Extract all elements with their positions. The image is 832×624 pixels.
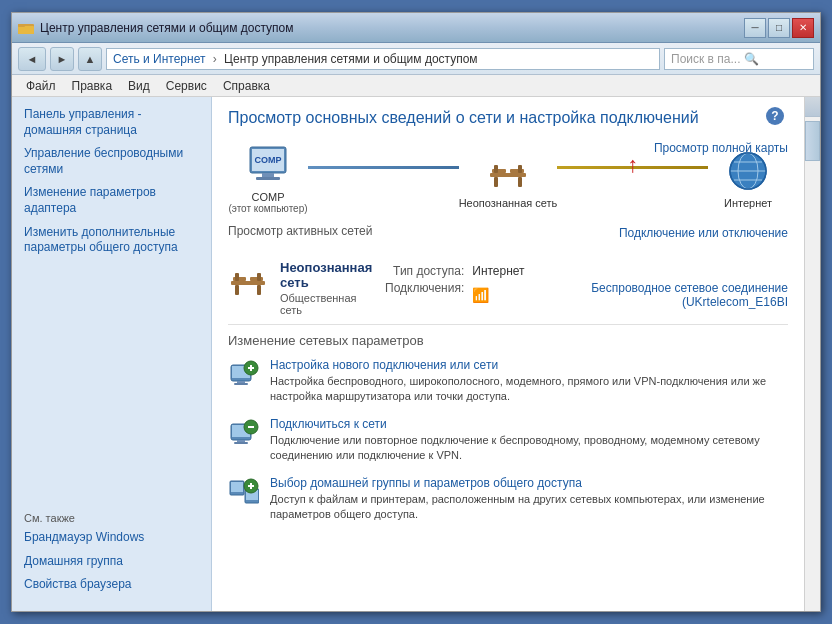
svg-rect-8 [490, 173, 526, 177]
network-line-1 [308, 166, 459, 169]
up-button[interactable]: ▲ [78, 47, 102, 71]
connect-disconnect-link[interactable]: Подключение или отключение [619, 226, 788, 240]
signal-icon: 📶 [472, 287, 489, 303]
back-button[interactable]: ◄ [18, 47, 46, 71]
arrow-icon: ↑ [627, 152, 638, 178]
svg-text:COMP: COMP [255, 155, 282, 165]
sidebar-link-firewall[interactable]: Брандмауэр Windows [24, 530, 199, 546]
search-icon: 🔍 [744, 52, 759, 66]
sidebar-link-wireless[interactable]: Управление беспроводными сетями [24, 146, 199, 177]
setting-desc-3: Доступ к файлам и принтерам, расположенн… [270, 492, 788, 523]
setting-icon-1 [228, 358, 260, 390]
setting-link-1[interactable]: Настройка нового подключения или сети [270, 358, 788, 372]
maximize-button[interactable]: □ [768, 18, 790, 38]
network-diagram-container: Просмотр полной карты COMP [228, 141, 788, 214]
svg-rect-26 [235, 273, 239, 281]
computer-node: COMP COMP (этот компьютер) [228, 141, 308, 214]
forward-button[interactable]: ► [50, 47, 74, 71]
svg-rect-1 [18, 26, 34, 34]
svg-rect-13 [494, 165, 498, 173]
svg-rect-37 [237, 440, 245, 442]
access-type-row: Тип доступа: Интернет [384, 264, 788, 278]
folder-icon [18, 20, 34, 36]
change-settings-label: Изменение сетевых параметров [228, 333, 788, 348]
title-bar-left: Центр управления сетями и общим доступом [18, 20, 294, 36]
computer-sublabel: (этот компьютер) [228, 203, 307, 214]
menu-service[interactable]: Сервис [158, 77, 215, 95]
network-name: Неопознанная сеть [280, 260, 372, 290]
sidebar-link-adapter[interactable]: Изменение параметров адаптера [24, 185, 199, 216]
svg-rect-5 [262, 173, 274, 177]
svg-rect-21 [231, 281, 265, 285]
active-networks-header: Просмотр активных сетей Подключение или … [228, 220, 788, 246]
scrollbar-up[interactable] [805, 97, 820, 117]
connections-row: Подключения: 📶 Беспроводное сетевое соед… [384, 281, 788, 309]
globe-icon [724, 147, 772, 195]
menu-bar: Файл Правка Вид Сервис Справка [12, 75, 820, 97]
main-window: Центр управления сетями и общим доступом… [11, 12, 821, 612]
setting-icon-3 [228, 476, 260, 508]
see-also-label: См. также [24, 512, 199, 524]
svg-rect-10 [518, 177, 522, 187]
title-bar: Центр управления сетями и общим доступом… [12, 13, 820, 43]
svg-rect-38 [234, 442, 248, 444]
computer-label: COMP [252, 191, 285, 203]
svg-rect-27 [257, 273, 261, 281]
window-controls: ─ □ ✕ [744, 18, 814, 38]
svg-rect-24 [233, 277, 246, 281]
network-icon [484, 147, 532, 195]
setting-info-3: Выбор домашней группы и параметров общег… [270, 476, 788, 523]
menu-edit[interactable]: Правка [64, 77, 121, 95]
menu-view[interactable]: Вид [120, 77, 158, 95]
network-item-icon [228, 260, 268, 300]
svg-rect-31 [234, 383, 248, 385]
sidebar-link-homegroup[interactable]: Домашняя группа [24, 554, 199, 570]
unrecognized-network-label: Неопознанная сеть [459, 197, 558, 209]
setting-item-3: Выбор домашней группы и параметров общег… [228, 476, 788, 523]
sidebar-link-home[interactable]: Панель управления - домашняя страница [24, 107, 199, 138]
network-diagram: COMP COMP (этот компьютер) [228, 141, 788, 214]
setting-desc-1: Настройка беспроводного, широкополосного… [270, 374, 788, 405]
network-item-info: Неопознанная сеть Общественная сеть [280, 260, 372, 316]
content-area: ? Просмотр основных сведений о сети и на… [212, 97, 804, 611]
setting-item-1: Настройка нового подключения или сети На… [228, 358, 788, 405]
sidebar: Панель управления - домашняя страница Уп… [12, 97, 212, 611]
svg-rect-42 [231, 482, 243, 492]
scrollbar[interactable] [804, 97, 820, 611]
search-placeholder: Поиск в па... [671, 52, 740, 66]
search-bar[interactable]: Поиск в па... 🔍 [664, 48, 814, 70]
connections-value[interactable]: Беспроводное сетевое соединение (UKrtele… [493, 281, 788, 309]
sidebar-link-browser[interactable]: Свойства браузера [24, 577, 199, 593]
setting-info-2: Подключиться к сети Подключение или повт… [270, 417, 788, 464]
network-properties: Тип доступа: Интернет Подключения: 📶 Бес… [384, 260, 788, 309]
active-networks-label: Просмотр активных сетей [228, 224, 372, 238]
setting-icon-2 [228, 417, 260, 449]
menu-help[interactable]: Справка [215, 77, 278, 95]
breadcrumb[interactable]: Сеть и Интернет › Центр управления сетям… [106, 48, 660, 70]
close-button[interactable]: ✕ [792, 18, 814, 38]
menu-file[interactable]: Файл [18, 77, 64, 95]
setting-desc-2: Подключение или повторное подключение к … [270, 433, 788, 464]
setting-link-2[interactable]: Подключиться к сети [270, 417, 788, 431]
svg-rect-30 [237, 381, 245, 383]
internet-node: Интернет [708, 147, 788, 209]
network-node: Неопознанная сеть [459, 147, 558, 209]
svg-rect-22 [235, 285, 239, 295]
svg-rect-2 [18, 24, 25, 27]
help-area: ? [766, 107, 784, 125]
svg-rect-6 [256, 177, 280, 180]
svg-rect-25 [250, 277, 263, 281]
setting-info-1: Настройка нового подключения или сети На… [270, 358, 788, 405]
access-type-value: Интернет [472, 264, 524, 278]
setting-link-3[interactable]: Выбор домашней группы и параметров общег… [270, 476, 788, 490]
sidebar-link-sharing[interactable]: Изменить дополнительные параметры общего… [24, 225, 199, 256]
help-button[interactable]: ? [766, 107, 784, 125]
address-bar: ◄ ► ▲ Сеть и Интернет › Центр управления… [12, 43, 820, 75]
window-title: Центр управления сетями и общим доступом [40, 21, 294, 35]
svg-rect-23 [257, 285, 261, 295]
network-item: Неопознанная сеть Общественная сеть Тип … [228, 252, 788, 325]
connections-label: Подключения: [384, 281, 464, 309]
scrollbar-thumb[interactable] [805, 121, 820, 161]
minimize-button[interactable]: ─ [744, 18, 766, 38]
svg-rect-9 [494, 177, 498, 187]
